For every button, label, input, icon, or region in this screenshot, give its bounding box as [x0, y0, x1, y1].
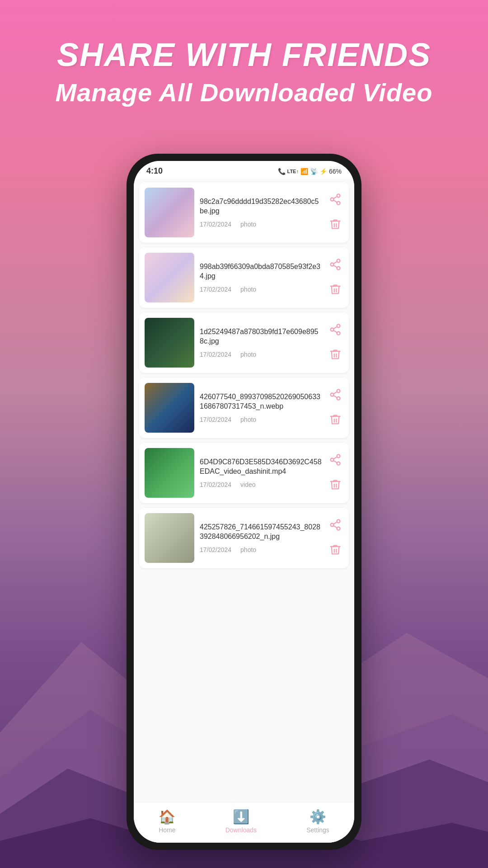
file-actions-3 — [327, 321, 343, 364]
delete-button-4[interactable] — [327, 411, 343, 429]
settings-label: Settings — [306, 826, 329, 834]
phone-mockup: 4:10 📞 LTE↑ 📶 📡 ⚡ 66% 98c2a7c96dddd19d35… — [127, 154, 361, 850]
status-bar: 4:10 📞 LTE↑ 📶 📡 ⚡ 66% — [134, 161, 354, 179]
file-meta-1: 17/02/2024photo — [200, 221, 322, 228]
delete-button-2[interactable] — [327, 281, 343, 299]
nav-downloads[interactable]: ⬇️ Downloads — [225, 809, 257, 834]
svg-line-13 — [333, 262, 337, 264]
file-meta-2: 17/02/2024photo — [200, 286, 322, 293]
file-type-6: photo — [240, 546, 256, 553]
header-section: SHARE WITH FRIENDS Manage All Downloaded… — [56, 36, 433, 107]
file-type-1: photo — [240, 221, 256, 228]
svg-line-12 — [333, 265, 337, 268]
header-subtitle: Manage All Downloaded Video — [56, 78, 433, 107]
file-name-4: 426077540_899370985202690506331686780731… — [200, 392, 322, 411]
svg-line-7 — [333, 200, 337, 203]
share-button-6[interactable] — [327, 517, 343, 534]
file-info-1: 98c2a7c96dddd19d35282ec43680c5be.jpg17/0… — [194, 197, 327, 228]
file-info-5: 6D4D9C876D3E585D346D3692C458EDAC_video_d… — [194, 458, 327, 488]
file-actions-1 — [327, 191, 343, 234]
nav-settings[interactable]: ⚙️ Settings — [306, 809, 329, 834]
phone-screen: 4:10 📞 LTE↑ 📶 📡 ⚡ 66% 98c2a7c96dddd19d35… — [134, 161, 354, 843]
file-thumbnail-6 — [145, 513, 194, 563]
file-date-1: 17/02/2024 — [200, 221, 231, 228]
file-type-4: photo — [240, 416, 256, 423]
file-item-5: 6D4D9C876D3E585D346D3692C458EDAC_video_d… — [139, 443, 349, 503]
file-item-6: 425257826_714661597455243_80283928480669… — [139, 508, 349, 568]
file-meta-5: 17/02/2024video — [200, 481, 322, 488]
file-item-4: 426077540_899370985202690506331686780731… — [139, 377, 349, 438]
file-type-5: video — [240, 481, 255, 488]
file-info-2: 998ab39f66309a0bda870585e93f2e34.jpg17/0… — [194, 262, 327, 293]
file-actions-5 — [327, 452, 343, 494]
home-label: Home — [159, 826, 175, 834]
file-thumbnail-5 — [145, 448, 194, 498]
svg-line-18 — [333, 327, 337, 329]
svg-line-27 — [333, 461, 337, 463]
file-actions-4 — [327, 387, 343, 429]
nav-home[interactable]: 🏠 Home — [159, 809, 175, 834]
file-thumbnail-4 — [145, 383, 194, 433]
file-thumbnail-3 — [145, 318, 194, 368]
file-type-2: photo — [240, 286, 256, 293]
share-button-4[interactable] — [327, 387, 343, 404]
wifi-icon: 📶 — [300, 168, 308, 175]
file-info-3: 1d25249487a87803b9fd17e609e8958c.jpg17/0… — [194, 327, 327, 358]
file-date-3: 17/02/2024 — [200, 351, 231, 358]
delete-button-5[interactable] — [327, 476, 343, 494]
header-title: SHARE WITH FRIENDS — [56, 36, 433, 73]
file-meta-3: 17/02/2024photo — [200, 351, 322, 358]
file-actions-6 — [327, 517, 343, 559]
svg-line-33 — [333, 522, 337, 524]
call-icon: 📞 — [278, 168, 286, 175]
svg-line-8 — [333, 197, 337, 199]
downloads-label: Downloads — [225, 826, 257, 834]
file-date-4: 17/02/2024 — [200, 416, 231, 423]
svg-line-28 — [333, 457, 337, 459]
file-name-5: 6D4D9C876D3E585D346D3692C458EDAC_video_d… — [200, 458, 322, 476]
file-item-2: 998ab39f66309a0bda870585e93f2e34.jpg17/0… — [139, 247, 349, 308]
file-thumbnail-2 — [145, 253, 194, 302]
home-icon: 🏠 — [159, 809, 175, 825]
file-info-4: 426077540_899370985202690506331686780731… — [194, 392, 327, 423]
delete-button-1[interactable] — [327, 216, 343, 234]
file-list: 98c2a7c96dddd19d35282ec43680c5be.jpg17/0… — [134, 179, 354, 802]
delete-button-3[interactable] — [327, 346, 343, 364]
file-date-5: 17/02/2024 — [200, 481, 231, 488]
file-info-6: 425257826_714661597455243_80283928480669… — [194, 523, 327, 553]
file-meta-4: 17/02/2024photo — [200, 416, 322, 423]
lte-icon: LTE↑ — [287, 169, 299, 174]
share-button-1[interactable] — [327, 191, 343, 209]
file-date-6: 17/02/2024 — [200, 546, 231, 553]
file-name-1: 98c2a7c96dddd19d35282ec43680c5be.jpg — [200, 197, 322, 216]
file-actions-2 — [327, 256, 343, 299]
file-item-3: 1d25249487a87803b9fd17e609e8958c.jpg17/0… — [139, 312, 349, 373]
status-time: 4:10 — [146, 166, 163, 176]
delete-button-6[interactable] — [327, 542, 343, 559]
downloads-icon: ⬇️ — [233, 809, 249, 825]
signal-icon: 📡 — [310, 168, 318, 175]
svg-line-22 — [333, 396, 337, 398]
share-button-2[interactable] — [327, 256, 343, 274]
file-type-3: photo — [240, 351, 256, 358]
file-name-2: 998ab39f66309a0bda870585e93f2e34.jpg — [200, 262, 322, 281]
file-meta-6: 17/02/2024photo — [200, 546, 322, 553]
settings-icon: ⚙️ — [310, 809, 326, 825]
svg-line-23 — [333, 392, 337, 394]
share-button-3[interactable] — [327, 321, 343, 339]
share-button-5[interactable] — [327, 452, 343, 469]
battery-icon: ⚡ — [319, 168, 327, 175]
bottom-nav: 🏠 Home ⬇️ Downloads ⚙️ Settings — [134, 802, 354, 843]
svg-line-17 — [333, 330, 337, 333]
status-icons: 📞 LTE↑ 📶 📡 ⚡ 66% — [278, 168, 342, 175]
file-item-1: 98c2a7c96dddd19d35282ec43680c5be.jpg17/0… — [139, 182, 349, 243]
battery-level: 66% — [329, 168, 342, 175]
svg-line-32 — [333, 526, 337, 528]
file-thumbnail-1 — [145, 188, 194, 237]
file-name-6: 425257826_714661597455243_80283928480669… — [200, 523, 322, 542]
file-name-3: 1d25249487a87803b9fd17e609e8958c.jpg — [200, 327, 322, 346]
file-date-2: 17/02/2024 — [200, 286, 231, 293]
